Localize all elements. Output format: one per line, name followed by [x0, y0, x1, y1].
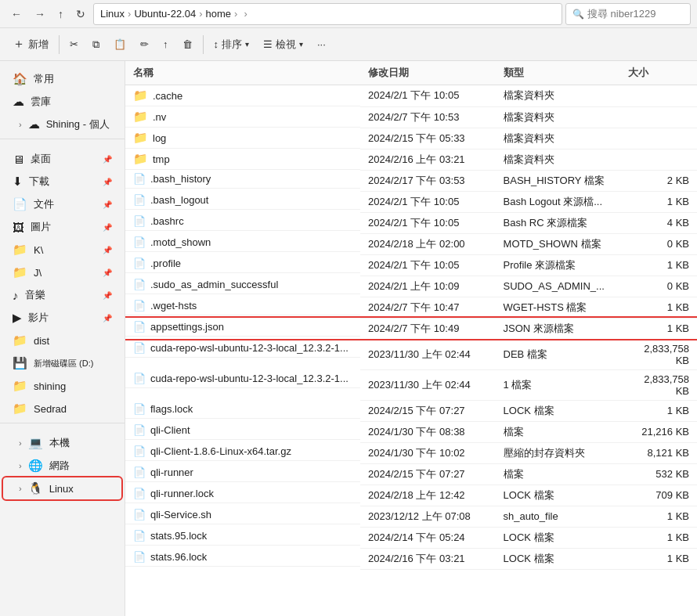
table-row[interactable]: 📄 stats.95.lock 2024/2/14 下午 05:24 LOCK …: [125, 527, 697, 548]
sort-icon: ↕: [214, 38, 219, 50]
sidebar-item-library[interactable]: ☁ 雲庫: [3, 91, 121, 113]
file-icon: 📄: [133, 279, 146, 290]
file-size: 21,216 KB: [620, 421, 697, 442]
rename-button[interactable]: ✏: [134, 34, 155, 54]
breadcrumb-home[interactable]: home: [206, 8, 232, 20]
sidebar-item-newdisk[interactable]: 💾 新增磁碟區 (D:): [3, 352, 121, 374]
desktop-icon: 🖥: [13, 153, 24, 166]
sidebar-item-downloads[interactable]: ⬇ 下載 📌: [3, 171, 121, 193]
sidebar-item-k[interactable]: 📁 K\ 📌: [3, 239, 121, 261]
file-size: 2 KB: [620, 170, 697, 191]
sidebar-item-linux[interactable]: › 🐧 Linux: [3, 477, 121, 499]
table-row[interactable]: 📄 qli-runner 2024/2/15 下午 07:27 檔案 532 K…: [125, 463, 697, 485]
delete-button[interactable]: 🗑: [176, 34, 199, 54]
top-nav: ← → ↑ ↻ Linux › Ubuntu-22.04 › home › › …: [0, 0, 697, 28]
sidebar-item-thispc[interactable]: › 💻 本機: [3, 432, 121, 454]
sidebar-item-sedrad[interactable]: 📁 Sedrad: [3, 398, 121, 420]
file-date: 2024/2/18 上午 02:00: [360, 233, 496, 254]
sidebar-item-pictures[interactable]: 🖼 圖片 📌: [3, 216, 121, 238]
sidebar-item-network[interactable]: › 🌐 網路: [3, 455, 121, 477]
breadcrumb-bar[interactable]: Linux › Ubuntu-22.04 › home › ›: [93, 3, 562, 25]
table-row[interactable]: 📁 tmp 2024/2/16 上午 03:21 檔案資料夾: [125, 149, 697, 170]
table-row[interactable]: 📄 .motd_shown 2024/2/18 上午 02:00 MOTD_SH…: [125, 233, 697, 254]
table-row[interactable]: 📄 cuda-repo-wsl-ubuntu-12-3-local_12.3.2…: [125, 339, 697, 369]
cut-button[interactable]: ✂: [63, 34, 85, 54]
table-row[interactable]: 📄 cuda-repo-wsl-ubuntu-12-3-local_12.3.2…: [125, 369, 697, 400]
table-row[interactable]: 📄 flags.lock 2024/2/15 下午 07:27 LOCK 檔案 …: [125, 400, 697, 421]
table-row[interactable]: 📄 .profile 2024/2/1 下午 10:05 Profile 來源檔…: [125, 254, 697, 276]
table-row[interactable]: 📄 .bash_history 2024/2/17 下午 03:53 BASH_…: [125, 170, 697, 191]
col-header-type[interactable]: 類型: [496, 61, 620, 85]
expand-linux-icon: ›: [13, 484, 22, 493]
file-name: 📁 .cache: [125, 85, 360, 106]
copy-button[interactable]: ⧉: [86, 34, 106, 55]
folder-icon: 📁: [133, 152, 148, 166]
file-date: 2024/2/15 下午 05:33: [360, 128, 496, 149]
sidebar-item-videos[interactable]: ▶ 影片 📌: [3, 307, 121, 329]
file-type: LOCK 檔案: [496, 400, 620, 421]
back-button[interactable]: ←: [6, 5, 27, 23]
table-row[interactable]: 📄 .bash_logout 2024/2/1 下午 10:05 Bash Lo…: [125, 191, 697, 212]
sidebar-item-dist[interactable]: 📁 dist: [3, 330, 121, 351]
table-row[interactable]: 📄 qli-Service.sh 2023/12/12 上午 07:08 sh_…: [125, 506, 697, 527]
table-row[interactable]: 📁 .nv 2024/2/7 下午 10:53 檔案資料夾: [125, 106, 697, 128]
table-row[interactable]: 📄 qli-Client 2024/1/30 下午 08:38 檔案 21,21…: [125, 421, 697, 442]
file-size: 1 KB: [620, 191, 697, 212]
sidebar-item-j[interactable]: 📁 J\ 📌: [3, 261, 121, 283]
file-date: 2024/2/7 下午 10:53: [360, 106, 496, 128]
file-name: 📁 log: [125, 128, 360, 149]
table-row[interactable]: 📁 .cache 2024/2/1 下午 10:05 檔案資料夾: [125, 85, 697, 107]
file-name: 📄 .bashrc: [125, 212, 360, 231]
forward-button[interactable]: →: [30, 5, 50, 23]
paste-button[interactable]: 📋: [107, 34, 132, 54]
pictures-icon: 🖼: [13, 221, 24, 234]
col-header-size[interactable]: 大小: [620, 61, 697, 85]
sort-button[interactable]: ↕ 排序 ▾: [208, 34, 256, 56]
toolbar-separator-2: [203, 35, 204, 54]
share-button[interactable]: ↑: [157, 34, 175, 54]
table-row[interactable]: 📁 log 2024/2/15 下午 05:33 檔案資料夾: [125, 128, 697, 149]
file-date: 2024/2/7 下午 10:47: [360, 297, 496, 318]
up-button[interactable]: ↑: [53, 5, 68, 23]
table-header: 名稱 修改日期 類型 大小: [125, 61, 697, 85]
search-box[interactable]: 🔍: [565, 3, 691, 25]
sidebar-section-system: › 💻 本機 › 🌐 網路 › 🐧 Linux: [0, 432, 125, 499]
table-row[interactable]: 📄 appsettings.json 2024/2/7 下午 10:49 JSO…: [125, 318, 697, 339]
cloud-icon: ☁: [13, 95, 24, 109]
table-row[interactable]: 📄 qli-runner.lock 2024/2/18 上午 12:42 LOC…: [125, 485, 697, 506]
search-input[interactable]: [587, 8, 666, 20]
col-header-date[interactable]: 修改日期: [360, 61, 496, 85]
more-button[interactable]: ···: [311, 34, 332, 54]
sidebar-item-music[interactable]: ♪ 音樂 📌: [3, 284, 121, 306]
sidebar-item-documents[interactable]: 📄 文件 📌: [3, 193, 121, 215]
file-date: 2024/1/30 下午 10:02: [360, 442, 496, 463]
sidebar-item-shining2[interactable]: 📁 shining: [3, 375, 121, 397]
file-type: LOCK 檔案: [496, 527, 620, 548]
sidebar-item-desktop[interactable]: 🖥 桌面 📌: [3, 148, 121, 170]
col-header-name[interactable]: 名稱: [125, 61, 360, 85]
table-row[interactable]: 📄 .bashrc 2024/2/1 下午 10:05 Bash RC 來源檔案…: [125, 212, 697, 233]
table-row[interactable]: 📄 stats.96.lock 2024/2/16 下午 03:21 LOCK …: [125, 548, 697, 569]
file-name: 📄 .bash_logout: [125, 191, 360, 210]
file-size: 1 KB: [620, 400, 697, 421]
file-name: 📄 .sudo_as_admin_successful: [125, 276, 360, 294]
table-row[interactable]: 📄 qli-Client-1.8.6-Linux-x64.tar.gz 2024…: [125, 442, 697, 463]
new-button[interactable]: ＋ 新增: [6, 32, 55, 56]
view-button[interactable]: ☰ 檢視 ▾: [257, 34, 309, 56]
file-icon: 📄: [133, 373, 146, 384]
table-row[interactable]: 📄 .wget-hsts 2024/2/7 下午 10:47 WGET-HSTS…: [125, 297, 697, 318]
download-icon: ⬇: [13, 175, 23, 189]
sidebar-item-common[interactable]: 🏠 常用: [3, 68, 121, 90]
breadcrumb-ubuntu[interactable]: Ubuntu-22.04: [134, 8, 196, 20]
file-date: 2024/1/30 下午 08:38: [360, 421, 496, 442]
share-icon: ↑: [163, 38, 168, 50]
file-name: 📄 .profile: [125, 254, 360, 273]
toolbar: ＋ 新增 ✂ ⧉ 📋 ✏ ↑ 🗑 ↕ 排序 ▾ ☰ 檢視 ▾ ···: [0, 28, 697, 61]
file-name: 📄 .wget-hsts: [125, 297, 360, 315]
refresh-button[interactable]: ↻: [71, 5, 90, 23]
sidebar-item-shining[interactable]: › ☁ Shining - 個人: [3, 113, 121, 135]
view-icon: ☰: [263, 38, 273, 50]
file-name: 📄 qli-Service.sh: [125, 506, 360, 524]
table-row[interactable]: 📄 .sudo_as_admin_successful 2024/2/1 上午 …: [125, 276, 697, 297]
breadcrumb-linux[interactable]: Linux: [100, 8, 125, 20]
